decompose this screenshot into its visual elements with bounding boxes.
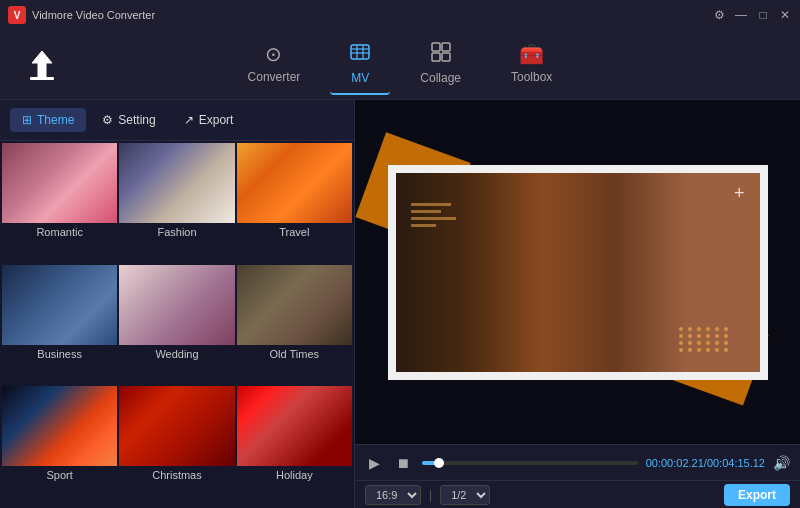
app-icon: V bbox=[8, 6, 26, 24]
video-content: + bbox=[396, 173, 760, 372]
content-area: ⊞ Theme ⚙ Setting ↗ Export RomanticFashi… bbox=[0, 100, 800, 508]
theme-item-holiday[interactable]: Holiday bbox=[237, 386, 352, 506]
settings-button[interactable]: ⚙ bbox=[712, 8, 726, 22]
theme-thumb-sport bbox=[2, 386, 117, 466]
theme-label-christmas: Christmas bbox=[119, 466, 234, 484]
theme-item-travel[interactable]: Travel bbox=[237, 143, 352, 263]
tab-export[interactable]: ↗ Export bbox=[172, 108, 246, 132]
tab-theme[interactable]: ⊞ Theme bbox=[10, 108, 86, 132]
converter-label: Converter bbox=[248, 70, 301, 84]
nav-tab-mv[interactable]: MV bbox=[330, 34, 390, 95]
theme-label-wedding: Wedding bbox=[119, 345, 234, 363]
theme-thumb-holiday bbox=[237, 386, 352, 466]
nav-tab-toolbox[interactable]: 🧰 Toolbox bbox=[491, 34, 572, 95]
maximize-button[interactable]: □ bbox=[756, 8, 770, 22]
time-display: 00:00:02.21/00:04:15.12 bbox=[646, 457, 765, 469]
main-nav: ⊙ Converter MV bbox=[0, 30, 800, 100]
theme-label-travel: Travel bbox=[237, 223, 352, 241]
svg-rect-7 bbox=[432, 43, 440, 51]
theme-item-romantic[interactable]: Romantic bbox=[2, 143, 117, 263]
svg-rect-9 bbox=[432, 53, 440, 61]
nav-tab-collage[interactable]: Collage bbox=[400, 34, 481, 95]
theme-label-sport: Sport bbox=[2, 466, 117, 484]
setting-tab-label: Setting bbox=[118, 113, 155, 127]
collage-label: Collage bbox=[420, 71, 461, 85]
theme-thumb-travel bbox=[237, 143, 352, 223]
ratio-bar: 16:9 4:3 1:1 | 1/2 2/2 Export bbox=[355, 480, 800, 508]
download-icon bbox=[20, 43, 64, 87]
left-tabs: ⊞ Theme ⚙ Setting ↗ Export bbox=[0, 100, 354, 141]
converter-icon: ⊙ bbox=[265, 42, 282, 66]
progress-bar[interactable] bbox=[422, 461, 638, 465]
app-title: Vidmore Video Converter bbox=[32, 9, 155, 21]
right-panel: + ▶ ⏹ 00:00:02.21/00:04:15.12 🔊 16:9 4:3… bbox=[355, 100, 800, 508]
left-panel: ⊞ Theme ⚙ Setting ↗ Export RomanticFashi… bbox=[0, 100, 355, 508]
toolbox-label: Toolbox bbox=[511, 70, 552, 84]
close-button[interactable]: ✕ bbox=[778, 8, 792, 22]
window-controls: ⚙ — □ ✕ bbox=[712, 8, 792, 22]
theme-tab-icon: ⊞ bbox=[22, 113, 32, 127]
theme-item-business[interactable]: Business bbox=[2, 265, 117, 385]
theme-label-business: Business bbox=[2, 345, 117, 363]
page-select[interactable]: 1/2 2/2 bbox=[440, 485, 490, 505]
export-tab-label: Export bbox=[199, 113, 234, 127]
theme-thumb-christmas bbox=[119, 386, 234, 466]
time-total: 00:04:15.12 bbox=[707, 457, 765, 469]
mv-label: MV bbox=[351, 71, 369, 85]
theme-label-holiday: Holiday bbox=[237, 466, 352, 484]
theme-thumb-business bbox=[2, 265, 117, 345]
theme-label-romantic: Romantic bbox=[2, 223, 117, 241]
progress-thumb bbox=[434, 458, 444, 468]
ratio-select[interactable]: 16:9 4:3 1:1 bbox=[365, 485, 421, 505]
video-decorative-lines bbox=[411, 203, 456, 231]
theme-thumb-fashion bbox=[119, 143, 234, 223]
theme-item-oldtimes[interactable]: Old Times bbox=[237, 265, 352, 385]
stop-button[interactable]: ⏹ bbox=[392, 453, 414, 473]
tab-setting[interactable]: ⚙ Setting bbox=[90, 108, 167, 132]
title-bar-left: V Vidmore Video Converter bbox=[8, 6, 155, 24]
svg-marker-0 bbox=[32, 51, 52, 77]
plus-icon: + bbox=[734, 183, 745, 204]
nav-left bbox=[20, 43, 64, 87]
video-preview: + bbox=[355, 100, 800, 444]
svg-rect-8 bbox=[442, 43, 450, 51]
svg-rect-10 bbox=[442, 53, 450, 61]
theme-grid: RomanticFashionTravelBusinessWeddingOld … bbox=[0, 141, 354, 508]
export-button[interactable]: Export bbox=[724, 484, 790, 506]
setting-tab-icon: ⚙ bbox=[102, 113, 113, 127]
video-frame: + bbox=[388, 165, 768, 380]
theme-item-fashion[interactable]: Fashion bbox=[119, 143, 234, 263]
theme-thumb-romantic bbox=[2, 143, 117, 223]
theme-item-christmas[interactable]: Christmas bbox=[119, 386, 234, 506]
toolbox-icon: 🧰 bbox=[519, 42, 544, 66]
theme-thumb-wedding bbox=[119, 265, 234, 345]
collage-icon bbox=[431, 42, 451, 67]
nav-tab-converter[interactable]: ⊙ Converter bbox=[228, 34, 321, 95]
play-button[interactable]: ▶ bbox=[365, 453, 384, 473]
theme-item-sport[interactable]: Sport bbox=[2, 386, 117, 506]
time-current: 00:00:02.21 bbox=[646, 457, 704, 469]
controls-bar: ▶ ⏹ 00:00:02.21/00:04:15.12 🔊 bbox=[355, 444, 800, 480]
video-decorative-dots bbox=[679, 327, 730, 352]
title-bar: V Vidmore Video Converter ⚙ — □ ✕ bbox=[0, 0, 800, 30]
theme-label-oldtimes: Old Times bbox=[237, 345, 352, 363]
mv-icon bbox=[350, 42, 370, 67]
ratio-separator: | bbox=[429, 488, 432, 502]
theme-item-wedding[interactable]: Wedding bbox=[119, 265, 234, 385]
svg-rect-1 bbox=[30, 77, 54, 80]
export-tab-icon: ↗ bbox=[184, 113, 194, 127]
nav-tabs: ⊙ Converter MV bbox=[228, 34, 573, 95]
svg-rect-2 bbox=[351, 45, 369, 59]
minimize-button[interactable]: — bbox=[734, 8, 748, 22]
theme-label-fashion: Fashion bbox=[119, 223, 234, 241]
theme-thumb-oldtimes bbox=[237, 265, 352, 345]
theme-tab-label: Theme bbox=[37, 113, 74, 127]
volume-icon[interactable]: 🔊 bbox=[773, 455, 790, 471]
